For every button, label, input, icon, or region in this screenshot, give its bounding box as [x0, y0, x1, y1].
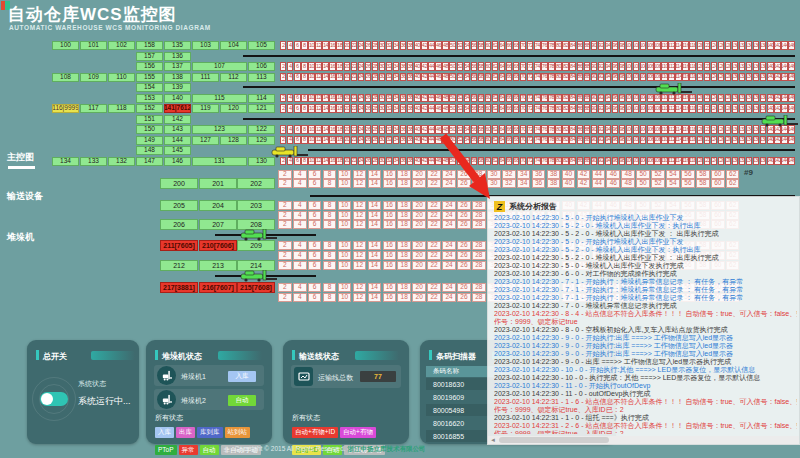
rack-position-cell: 116	[682, 157, 688, 166]
station-cell[interactable]: 113	[248, 73, 275, 82]
station-cell[interactable]: 120	[220, 104, 247, 113]
rack-position-cell: 26	[365, 73, 371, 82]
nav-conveyor-equipment[interactable]: 输送设备	[7, 190, 43, 203]
conveyor-station-cell[interactable]: 202	[237, 178, 275, 189]
rack-position-cell: 102	[633, 157, 639, 166]
rack-position-cell: 50	[449, 73, 455, 82]
rack-position-cell: 36	[400, 157, 406, 166]
station-cell[interactable]: 106	[248, 62, 275, 71]
nav-stacker[interactable]: 堆垛机	[7, 231, 34, 244]
rack-position-cell: 44	[428, 94, 434, 103]
rack-position-cell: 142	[774, 62, 780, 71]
conveyor-station-cell[interactable]: 207	[199, 219, 237, 230]
station-cell[interactable]: 118	[108, 104, 135, 113]
conveyor-position-cell: 44	[592, 179, 606, 188]
station-cell[interactable]: 146	[164, 157, 191, 166]
station-cell[interactable]: 105	[248, 41, 275, 50]
station-cell[interactable]: 111	[192, 73, 219, 82]
rack-position-cell: 22	[351, 62, 357, 71]
station-cell[interactable]: 155	[136, 73, 163, 82]
rack-position-cell: 34	[393, 157, 399, 166]
station-cell[interactable]: 144	[164, 136, 191, 145]
station-cell[interactable]: 158	[136, 41, 163, 50]
station-cell[interactable]: 141|7612	[164, 104, 191, 113]
station-cell[interactable]: 133	[80, 157, 107, 166]
rack-position-cell: 52	[457, 73, 463, 82]
conveyor-station-cell[interactable]: 200	[160, 178, 198, 189]
conveyor-station-cell[interactable]: 213	[199, 260, 237, 271]
station-cell[interactable]: 112	[220, 73, 247, 82]
conveyor-station-cell[interactable]: 216[7607]	[199, 282, 237, 293]
rack-position-cell: 66	[506, 94, 512, 103]
station-cell[interactable]: 100	[52, 41, 79, 50]
station-cell[interactable]: 139	[164, 83, 191, 92]
conveyor-station-cell[interactable]: 215[7608]	[237, 282, 275, 293]
station-cell[interactable]: 140	[164, 94, 191, 103]
conveyor-station-cell[interactable]: 217[3881]	[160, 282, 198, 293]
station-cell[interactable]: 154	[136, 83, 163, 92]
station-cell[interactable]: 131	[192, 157, 247, 166]
station-cell[interactable]: 136	[164, 52, 191, 61]
barcode-panel-title: 条码扫描器	[436, 351, 476, 362]
station-cell[interactable]: 122	[248, 125, 275, 134]
rack-position-cell: 116	[682, 73, 688, 82]
rack-position-cell: 110	[661, 125, 667, 134]
station-cell[interactable]: 152	[136, 104, 163, 113]
conveyor-station-cell[interactable]: 209	[237, 240, 275, 251]
station-cell[interactable]: 132	[108, 157, 135, 166]
station-cell[interactable]: 134	[52, 157, 79, 166]
station-cell[interactable]: 116|9999	[52, 104, 79, 113]
toggle-knob[interactable]	[41, 393, 53, 405]
station-cell[interactable]: 145	[164, 146, 191, 155]
conveyor-station-cell[interactable]: 212	[160, 260, 198, 271]
station-cell[interactable]: 115	[192, 94, 247, 103]
station-cell[interactable]: 114	[248, 94, 275, 103]
station-cell[interactable]: 102	[108, 41, 135, 50]
nav-main-diagram[interactable]: 主控图	[7, 151, 34, 164]
station-cell[interactable]: 151	[136, 115, 163, 124]
conveyor-station-cell[interactable]: 210[7606]	[199, 240, 237, 251]
station-cell[interactable]: 107	[192, 62, 247, 71]
station-cell[interactable]: 148	[136, 146, 163, 155]
station-cell[interactable]: 142	[164, 115, 191, 124]
rack-position-cell: 104	[640, 73, 646, 82]
station-cell[interactable]: 156	[136, 62, 163, 71]
station-cell[interactable]: 157	[136, 52, 163, 61]
station-cell[interactable]: 143	[164, 125, 191, 134]
conveyor-station-cell[interactable]: 205	[160, 200, 198, 211]
station-cell[interactable]: 127	[192, 136, 219, 145]
scrollbar-thumb[interactable]	[499, 437, 609, 443]
station-cell[interactable]: 149	[136, 136, 163, 145]
station-cell[interactable]: 109	[80, 73, 107, 82]
station-cell[interactable]: 104	[220, 41, 247, 50]
station-cell[interactable]: 153	[136, 94, 163, 103]
conveyor-station-cell[interactable]: 201	[199, 178, 237, 189]
station-cell[interactable]: 119	[192, 104, 219, 113]
station-cell[interactable]: 110	[108, 73, 135, 82]
conveyor-station-cell[interactable]: 206	[160, 219, 198, 230]
rack-position-cell: 20	[344, 62, 350, 71]
station-cell[interactable]: 147	[136, 157, 163, 166]
station-cell[interactable]: 117	[80, 104, 107, 113]
rack-position-cell: 120	[697, 41, 703, 50]
station-cell[interactable]: 103	[192, 41, 219, 50]
station-cell[interactable]: 101	[80, 41, 107, 50]
station-cell[interactable]: 121	[248, 104, 275, 113]
station-cell[interactable]: 150	[136, 125, 163, 134]
conveyor-position-cell: 46	[606, 179, 620, 188]
station-cell[interactable]: 128	[220, 136, 247, 145]
conveyor-station-cell[interactable]: 211[7605]	[160, 240, 198, 251]
station-cell[interactable]: 137	[164, 62, 191, 71]
log-horizontal-scrollbar[interactable]: ◄	[488, 436, 799, 444]
station-cell[interactable]: 135	[164, 41, 191, 50]
scroll-left-arrow[interactable]: ◄	[490, 436, 496, 444]
log-line: 2023-02-10 14:22:30 - 10 - 0 - 开始执行:其他 =…	[494, 366, 797, 374]
rack-position-cell: 78	[548, 41, 554, 50]
rack-position-cell: 108	[654, 157, 660, 166]
station-cell[interactable]: 108	[52, 73, 79, 82]
station-cell[interactable]: 138	[164, 73, 191, 82]
conveyor-station-cell[interactable]: 204	[199, 200, 237, 211]
system-toggle[interactable]	[40, 392, 68, 406]
conveyor-station-cell[interactable]: 203	[237, 200, 275, 211]
station-cell[interactable]: 123	[192, 125, 247, 134]
